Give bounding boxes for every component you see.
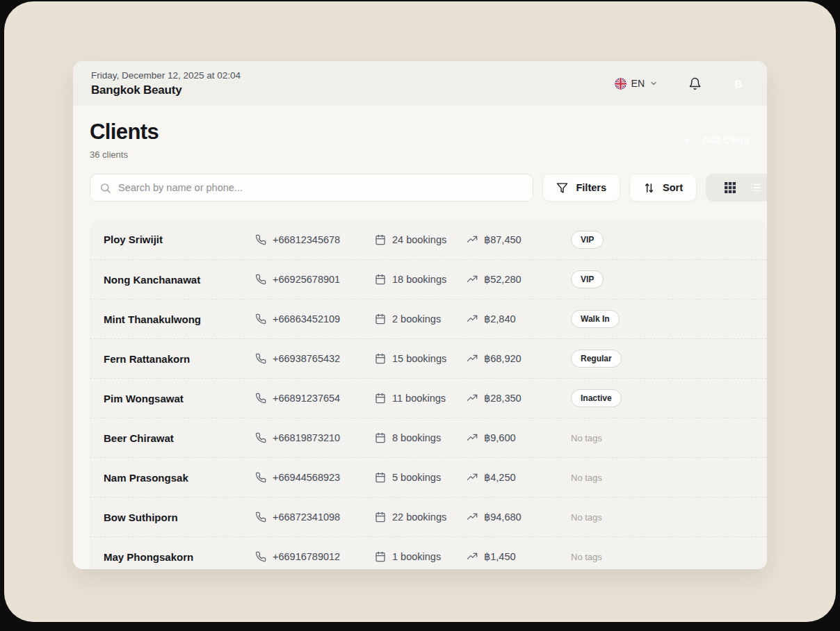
client-phone-number: +66916789012 xyxy=(273,551,340,562)
client-phone: +66812345678 xyxy=(255,234,375,245)
client-row[interactable]: Bow Suthiporn +66872341098 22 bookings ฿… xyxy=(90,497,767,536)
client-name: Fern Rattanakorn xyxy=(104,353,255,365)
client-tag-badge: Walk In xyxy=(571,310,620,328)
search-input[interactable] xyxy=(118,182,524,193)
client-row[interactable]: Pim Wongsawat +66891237654 11 bookings ฿… xyxy=(90,378,767,418)
search-icon xyxy=(99,182,111,194)
calendar-icon xyxy=(375,432,386,443)
client-revenue-amount: ฿28,350 xyxy=(484,393,522,404)
client-revenue: ฿87,450 xyxy=(467,234,571,245)
client-tag-cell: Inactive xyxy=(571,389,753,407)
client-phone-number: +66819873210 xyxy=(273,432,340,443)
client-bookings-count: 1 bookings xyxy=(392,551,441,562)
plus-icon xyxy=(681,135,692,145)
device-frame: Friday, December 12, 2025 at 02:04 Bangk… xyxy=(4,1,836,622)
filters-label: Filters xyxy=(576,182,606,193)
client-row[interactable]: Nam Prasongsak +66944568923 5 bookings ฿… xyxy=(90,457,767,497)
main-content: Clients 36 clients Add Client Filters xyxy=(73,106,767,569)
client-phone-number: +66944568923 xyxy=(273,472,340,483)
trending-up-icon xyxy=(467,432,478,443)
client-tag-badge: VIP xyxy=(571,231,604,249)
client-phone-number: +66925678901 xyxy=(273,274,340,285)
client-bookings-count: 8 bookings xyxy=(392,432,441,443)
client-tag-cell: No tags xyxy=(571,550,753,563)
client-bookings: 15 bookings xyxy=(375,353,467,364)
no-tags-label: No tags xyxy=(571,473,602,483)
client-revenue-amount: ฿2,840 xyxy=(484,313,516,325)
client-phone: +66916789012 xyxy=(255,551,375,562)
client-revenue: ฿94,680 xyxy=(467,511,571,523)
client-bookings-count: 11 bookings xyxy=(392,393,446,404)
client-revenue: ฿9,600 xyxy=(467,432,571,443)
client-tag-cell: VIP xyxy=(571,270,753,288)
client-phone-number: +66872341098 xyxy=(273,511,340,523)
client-row[interactable]: Ploy Sriwijit +66812345678 24 bookings ฿… xyxy=(90,220,767,259)
client-bookings: 18 bookings xyxy=(375,274,467,285)
client-row[interactable]: Nong Kanchanawat +66925678901 18 booking… xyxy=(90,259,767,299)
client-phone: +66944568923 xyxy=(255,472,375,483)
arrow-up-down-icon xyxy=(643,182,655,194)
page-title: Clients xyxy=(90,120,159,145)
add-client-button[interactable]: Add Client xyxy=(680,129,750,151)
client-phone-number: +66863452109 xyxy=(273,313,340,325)
client-row[interactable]: May Phongsakorn +66916789012 1 bookings … xyxy=(90,536,767,569)
calendar-icon xyxy=(375,313,386,325)
client-name: Nam Prasongsak xyxy=(104,472,255,484)
client-revenue: ฿1,450 xyxy=(467,551,571,562)
client-phone: +66872341098 xyxy=(255,511,375,523)
client-bookings-count: 22 bookings xyxy=(392,511,446,523)
client-tag-cell: Regular xyxy=(571,350,753,368)
calendar-icon xyxy=(375,353,386,364)
filters-button[interactable]: Filters xyxy=(542,174,620,202)
client-revenue-amount: ฿1,450 xyxy=(484,551,516,562)
client-bookings: 24 bookings xyxy=(375,234,467,245)
client-tag-badge: VIP xyxy=(571,270,604,288)
client-bookings: 5 bookings xyxy=(375,472,467,483)
language-selector[interactable]: EN xyxy=(615,78,658,90)
trending-up-icon xyxy=(467,313,478,325)
trending-up-icon xyxy=(467,393,478,404)
client-row[interactable]: Fern Rattanakorn +66938765432 15 booking… xyxy=(90,338,767,378)
client-bookings: 11 bookings xyxy=(375,393,467,404)
client-tag-cell: No tags xyxy=(571,471,753,484)
notifications-button[interactable] xyxy=(688,77,702,90)
client-revenue: ฿2,840 xyxy=(467,313,571,325)
list-view-button[interactable] xyxy=(750,181,762,194)
phone-icon xyxy=(255,234,266,245)
phone-icon xyxy=(255,353,266,364)
trending-up-icon xyxy=(467,472,478,483)
no-tags-label: No tags xyxy=(571,552,602,562)
chevron-down-icon xyxy=(649,79,658,88)
list-icon xyxy=(750,181,762,194)
page-header: Clients 36 clients Add Client xyxy=(90,120,750,160)
client-row[interactable]: Beer Chirawat +66819873210 8 bookings ฿9… xyxy=(90,418,767,457)
phone-icon xyxy=(255,274,266,285)
phone-icon xyxy=(255,393,266,404)
calendar-icon xyxy=(375,511,386,523)
sort-button[interactable]: Sort xyxy=(629,174,697,202)
grid-view-button[interactable] xyxy=(724,181,736,194)
client-revenue-amount: ฿52,280 xyxy=(484,274,522,285)
calendar-icon xyxy=(375,472,386,483)
topbar-actions: EN B xyxy=(615,73,749,94)
sort-label: Sort xyxy=(663,182,683,193)
language-label: EN xyxy=(631,78,645,89)
add-client-label: Add Client xyxy=(702,134,749,145)
trending-up-icon xyxy=(467,274,478,285)
client-row[interactable]: Mint Thanakulwong +66863452109 2 booking… xyxy=(90,299,767,338)
avatar[interactable]: B xyxy=(728,73,749,94)
client-name: Pim Wongsawat xyxy=(104,393,255,404)
client-tag-badge: Regular xyxy=(571,350,622,368)
client-bookings: 22 bookings xyxy=(375,511,467,523)
calendar-icon xyxy=(375,274,386,285)
calendar-icon xyxy=(375,551,386,562)
client-name: Ploy Sriwijit xyxy=(104,233,255,245)
phone-icon xyxy=(255,313,266,325)
topbar-brand: Friday, December 12, 2025 at 02:04 Bangk… xyxy=(91,70,241,97)
client-bookings-count: 2 bookings xyxy=(392,313,441,325)
client-phone: +66938765432 xyxy=(255,353,375,364)
client-phone: +66891237654 xyxy=(255,393,375,404)
client-list: Ploy Sriwijit +66812345678 24 bookings ฿… xyxy=(90,220,767,569)
client-revenue-amount: ฿87,450 xyxy=(484,234,522,245)
client-name: Nong Kanchanawat xyxy=(104,274,255,286)
